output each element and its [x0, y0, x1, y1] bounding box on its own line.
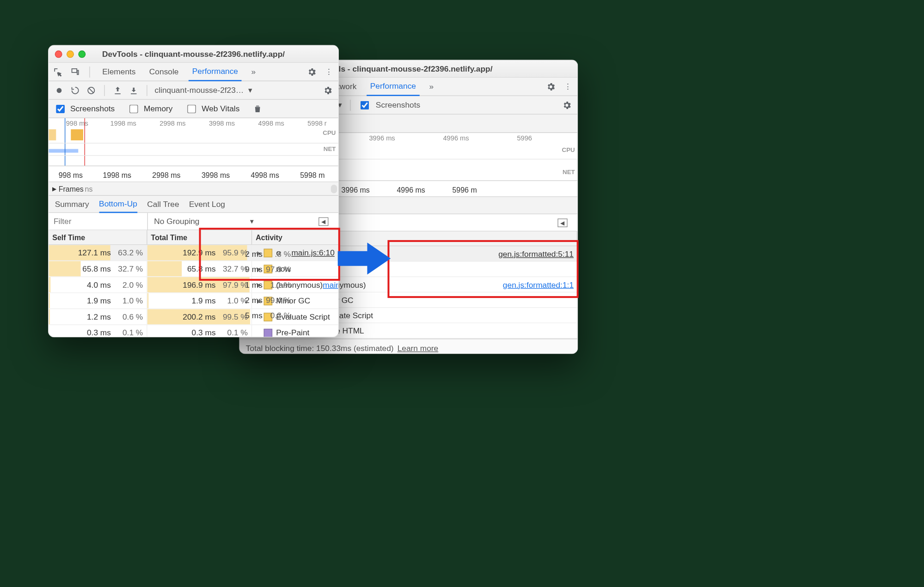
panel-toggle-icon[interactable]: ◀: [318, 217, 328, 226]
chevron-right-icon[interactable]: »: [248, 66, 259, 77]
tab-elements[interactable]: Elements: [98, 62, 139, 81]
subtab-calltree[interactable]: Call Tree: [147, 195, 179, 212]
reload-icon[interactable]: [70, 85, 81, 96]
self-time-cell: 65.8 ms32.7 %: [49, 261, 147, 276]
svg-point-0: [57, 88, 62, 93]
self-time-cell: 4.0 ms2.0 %: [49, 277, 147, 292]
table-row[interactable]: 0.3 ms0.1 % 0.3 ms0.1 % ▶ Pre-Paint: [49, 325, 338, 338]
tab-performance[interactable]: Performance: [367, 77, 420, 96]
devtools-window-front: DevTools - clinquant-mousse-2f2396.netli…: [48, 45, 339, 337]
table-row[interactable]: 4.0 ms2.0 % 196.9 ms97.9 % ▶ (anonymous)…: [49, 277, 338, 293]
self-time-cell: 0.3 ms0.1 %: [49, 325, 147, 338]
kebab-icon[interactable]: ⋮: [324, 66, 335, 77]
self-time-cell: 127.1 ms63.2 %: [49, 245, 147, 260]
header-activity[interactable]: Activity: [252, 230, 338, 245]
memory-label: Memory: [144, 104, 173, 113]
url-select[interactable]: clinquant-mousse-2f23… ▾: [155, 85, 253, 95]
total-time-cell: 192.9 ms95.9 %: [147, 245, 252, 260]
learn-more-link[interactable]: Learn more: [398, 344, 439, 353]
table-row[interactable]: 65.8 ms32.7 % 65.8 ms32.7 % ▶ now: [49, 261, 338, 277]
net-bar: [49, 149, 78, 153]
kebab-icon[interactable]: ⋮: [563, 81, 574, 92]
source-link[interactable]: gen.js:formatted:5:11: [498, 249, 574, 258]
table-row[interactable]: 1.9 ms1.0 % 1.9 ms1.0 % ▶ Minor GC: [49, 293, 338, 309]
footer: Total blocking time: 150.33ms (estimated…: [240, 339, 577, 354]
category-swatch-icon: [264, 328, 273, 337]
header-total[interactable]: Total Time: [147, 230, 252, 245]
filter-row: No Grouping ▼ ◀: [49, 213, 338, 230]
subtab-summary[interactable]: Summary: [55, 195, 89, 212]
chevron-right-icon[interactable]: »: [426, 81, 437, 92]
header-self[interactable]: Self Time: [49, 230, 147, 245]
record-icon[interactable]: [54, 85, 65, 96]
timeline-ruler[interactable]: 998 ms 1998 ms 2998 ms 3998 ms 4998 ms 5…: [49, 166, 338, 182]
total-time-cell: 1.9 ms1.0 %: [147, 293, 252, 309]
self-time-cell: 1.2 ms0.6 %: [49, 309, 147, 324]
total-time-cell: 0.3 ms0.1 %: [147, 325, 252, 338]
gear-icon[interactable]: [545, 81, 557, 92]
activity-table-body: 127.1 ms63.2 % 192.9 ms95.9 % ▶ o main.j…: [49, 245, 338, 338]
gear-icon[interactable]: [322, 85, 333, 96]
titlebar: DevTools - clinquant-mousse-2f2396.netli…: [49, 46, 338, 63]
table-row[interactable]: 127.1 ms63.2 % 192.9 ms95.9 % ▶ o main.j…: [49, 245, 338, 261]
source-link[interactable]: gen.js:formatted:1:1: [503, 280, 574, 289]
memory-checkbox[interactable]: [129, 104, 138, 113]
trash-icon[interactable]: [252, 103, 263, 114]
activity-cell: ▶ Pre-Paint: [252, 325, 338, 338]
tab-console[interactable]: Console: [146, 62, 183, 81]
marker-blue: [65, 118, 65, 166]
activity-name: takeABreak: [319, 249, 498, 258]
activity-name: Minor GC: [319, 295, 574, 304]
subtab-eventlog[interactable]: Event Log: [189, 195, 225, 212]
total-time-cell: 200.2 ms99.5 %: [147, 309, 252, 324]
webvitals-label: Web Vitals: [202, 104, 239, 113]
cpu-flame: [49, 129, 56, 140]
activity-name: now: [319, 265, 574, 274]
activity-name: (anonymous): [319, 280, 502, 289]
scrollbar-thumb[interactable]: [331, 184, 337, 193]
activity-name: Evaluate Script: [319, 310, 574, 320]
cpu-flame: [71, 129, 83, 140]
self-time-cell: 1.9 ms1.0 %: [49, 293, 147, 309]
tab-strip: Elements Console Performance » ⋮: [49, 63, 338, 81]
detail-subtabs: Summary Bottom-Up Call Tree Event Log: [49, 196, 338, 213]
device-toggle-icon[interactable]: [70, 66, 81, 77]
total-time-cell: 196.9 ms97.9 %: [147, 277, 252, 292]
perf-options-row: Screenshots Memory Web Vitals: [49, 100, 338, 118]
webvitals-checkbox[interactable]: [188, 104, 196, 113]
source-link[interactable]: main.js:1:1: [323, 280, 338, 290]
screenshots-label: Screenshots: [376, 100, 420, 109]
source-link[interactable]: main.js:6:10: [291, 248, 334, 257]
window-title: DevTools - clinquant-mousse-2f2396.netli…: [49, 49, 338, 59]
screenshots-checkbox[interactable]: [360, 101, 369, 109]
tab-performance[interactable]: Performance: [189, 62, 242, 81]
frames-track[interactable]: ▶ Frames ns: [49, 182, 338, 196]
table-header: Self Time Total Time Activity: [49, 230, 338, 245]
marker-red: [85, 118, 85, 166]
activity-name: Pre-Paint: [276, 328, 335, 337]
clear-icon[interactable]: [86, 85, 97, 96]
activity-name: Parse HTML: [319, 326, 574, 335]
upload-icon[interactable]: [112, 85, 123, 96]
screenshots-checkbox[interactable]: [56, 104, 65, 113]
perf-toolbar: clinquant-mousse-2f23… ▾: [49, 81, 338, 100]
total-time-cell: 65.8 ms32.7 %: [147, 261, 252, 276]
panel-toggle-icon[interactable]: ◀: [557, 218, 567, 227]
table-row[interactable]: 1.2 ms0.6 % 200.2 ms99.5 % ▶ Evaluate Sc…: [49, 309, 338, 325]
screenshots-label: Screenshots: [70, 104, 115, 113]
grouping-select[interactable]: No Grouping ▼ ◀: [147, 213, 338, 230]
subtab-bottomup[interactable]: Bottom-Up: [99, 195, 137, 212]
download-icon[interactable]: [128, 85, 139, 96]
inspect-icon[interactable]: [52, 66, 63, 77]
filter-input[interactable]: [49, 213, 147, 230]
timeline-overview[interactable]: 998 ms 1998 ms 2998 ms 3998 ms 4998 ms 5…: [49, 118, 338, 166]
gear-icon[interactable]: [561, 99, 572, 110]
gear-icon[interactable]: [306, 66, 318, 77]
